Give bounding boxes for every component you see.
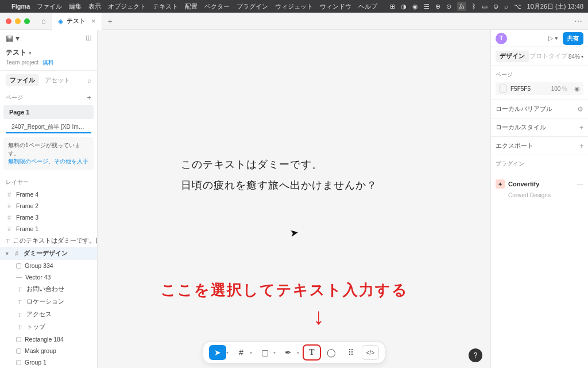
text-icon: T	[6, 237, 10, 244]
control-center-icon[interactable]: ⌥	[514, 3, 521, 10]
sidebar-toggle-icon[interactable]: ◫	[86, 34, 91, 41]
layer-row[interactable]: Tお問い合わせ	[0, 283, 97, 296]
layer-label: このテキストはダミーです。日頃の…	[13, 237, 97, 245]
layer-row[interactable]: #Frame 4	[0, 189, 97, 200]
status-icon[interactable]: ◑	[401, 3, 407, 10]
plugin-subtitle: Convert Designs	[491, 192, 588, 203]
menu-file[interactable]: ファイル	[37, 2, 62, 11]
menu-arrange[interactable]: 配置	[185, 2, 198, 11]
fullscreen-window-icon[interactable]	[24, 18, 30, 24]
add-icon[interactable]: +	[579, 142, 583, 150]
menu-object[interactable]: オブジェクト	[108, 2, 146, 11]
file-tab[interactable]: ◈ テスト ×	[52, 13, 102, 30]
layer-row[interactable]: Group 1	[0, 356, 97, 368]
export-row[interactable]: エクスポート+	[491, 137, 588, 155]
settings-icon[interactable]: ⚙	[577, 105, 583, 113]
menu-window[interactable]: ウィンドウ	[320, 2, 351, 11]
page-item[interactable]: Page 1	[3, 105, 94, 119]
upsell-link[interactable]: 無制限のページ、その他を入手	[8, 158, 88, 164]
local-styles-row[interactable]: ローカルスタイル+	[491, 118, 588, 137]
close-tab-icon[interactable]: ×	[91, 17, 96, 25]
status-icon[interactable]: ⊕	[435, 3, 440, 10]
menu-widget[interactable]: ウィジェット	[275, 2, 313, 11]
layer-row[interactable]: #Frame 2	[0, 200, 97, 212]
layer-row[interactable]: #Frame 3	[0, 212, 97, 223]
status-icon[interactable]: ⊞	[390, 3, 395, 10]
shape-tool[interactable]: ▢	[256, 345, 273, 360]
chevron-down-icon[interactable]: ▾	[29, 50, 32, 56]
menu-help[interactable]: ヘルプ	[358, 2, 377, 11]
tab-file[interactable]: ファイル	[6, 74, 39, 86]
new-tab-button[interactable]: +	[102, 17, 118, 26]
text-tool[interactable]: T	[303, 345, 320, 360]
window-more-icon[interactable]: ⋯	[574, 17, 582, 26]
layer-row[interactable]: ▾#ダミーデザイン	[0, 247, 97, 260]
layer-row[interactable]: Tトップ	[0, 321, 97, 334]
page-background-color[interactable]: F5F5F5 100 % ◉	[496, 82, 583, 95]
page-item[interactable]: 2407_Report_前半 [XD Import] (30-Ju…	[6, 120, 91, 133]
canvas[interactable]: このテキストはダミーです。 日頃の疲れを癒す旅へ出かけませんか？ ➤ ここを選択…	[98, 30, 490, 368]
wifi-icon[interactable]: ⊜	[493, 3, 498, 10]
menu-vector[interactable]: ベクター	[204, 2, 230, 11]
layer-row[interactable]: Tこのテキストはダミーです。日頃の…	[0, 235, 97, 247]
plugins-label: プラグイン	[496, 160, 524, 168]
main-menu-icon[interactable]: ▦ ▾	[6, 33, 20, 43]
home-button[interactable]: ⌂	[36, 17, 52, 25]
menu-edit[interactable]: 編集	[69, 2, 82, 11]
tab-assets[interactable]: アセット	[45, 76, 70, 85]
move-tool[interactable]: ➤	[209, 345, 226, 360]
layer-row[interactable]: #Frame 1	[0, 223, 97, 235]
frame-tool[interactable]: #	[233, 345, 250, 360]
layer-row[interactable]: Rectangle 184	[0, 334, 97, 345]
tab-design[interactable]: デザイン	[496, 51, 529, 62]
app-name[interactable]: Figma	[11, 3, 30, 10]
search-icon[interactable]: ⌕	[504, 3, 508, 10]
close-window-icon[interactable]	[6, 18, 11, 24]
actions-tool[interactable]: ⠿	[342, 345, 359, 360]
layer-row[interactable]: Vector 43	[0, 271, 97, 283]
search-icon[interactable]: ⌕	[87, 76, 91, 85]
collapse-icon[interactable]: —	[577, 181, 583, 187]
add-icon[interactable]: +	[579, 124, 583, 132]
user-avatar[interactable]: T	[496, 33, 507, 44]
help-button[interactable]: ?	[469, 348, 482, 362]
menu-view[interactable]: 表示	[88, 2, 101, 11]
chevron-down-icon[interactable]: ▾	[297, 350, 299, 355]
dev-mode-toggle[interactable]: </>	[362, 345, 379, 360]
visibility-icon[interactable]: ◉	[574, 85, 580, 93]
layer-row[interactable]: Tアクセス	[0, 308, 97, 321]
clock[interactable]: 10月26日 (土) 13:48	[527, 2, 583, 11]
share-button[interactable]: 共有	[563, 32, 583, 45]
add-page-icon[interactable]: +	[87, 93, 91, 102]
chevron-down-icon[interactable]: ▾	[250, 350, 252, 355]
layer-row[interactable]: Tロケーション	[0, 296, 97, 308]
pen-tool[interactable]: ✒	[280, 345, 297, 360]
traffic-lights[interactable]	[0, 18, 36, 24]
menu-text[interactable]: テキスト	[153, 2, 178, 11]
ime-icon[interactable]: あ	[457, 2, 466, 11]
status-line-icon[interactable]: ◉	[412, 3, 418, 10]
canvas-text-block[interactable]: このテキストはダミーです。 日頃の疲れを癒す旅へ出かけませんか？	[181, 154, 377, 195]
battery-icon[interactable]: ▭	[482, 3, 488, 10]
status-icon[interactable]: ⊙	[446, 3, 451, 10]
plan-badge[interactable]: 無料	[42, 59, 54, 66]
present-button[interactable]: ▷ ▾	[548, 34, 558, 42]
layer-row[interactable]: Group 334	[0, 260, 97, 271]
tab-prototype[interactable]: プロトタイプ	[529, 52, 567, 60]
local-variables-row[interactable]: ローカルバリアブル⚙	[491, 100, 588, 118]
zoom-selector[interactable]: 84% ▾	[568, 53, 583, 60]
status-icon[interactable]: ☰	[424, 3, 430, 10]
chevron-down-icon[interactable]: ▾	[226, 350, 229, 355]
project-name[interactable]: テスト	[6, 48, 26, 57]
layer-label: Frame 1	[16, 225, 38, 232]
plugin-row[interactable]: ✦ Convertify —	[491, 176, 588, 192]
annotation-arrow-icon: ↓	[313, 304, 324, 329]
layer-row[interactable]: Mask group	[0, 345, 97, 356]
minimize-window-icon[interactable]	[15, 18, 21, 24]
bluetooth-icon[interactable]: ᛒ	[472, 3, 476, 10]
team-name[interactable]: Team project	[6, 59, 38, 66]
layer-label: お問い合わせ	[26, 285, 64, 293]
chevron-down-icon[interactable]: ▾	[273, 350, 276, 355]
menu-plugin[interactable]: プラグイン	[237, 2, 268, 11]
comment-tool[interactable]: ◯	[323, 345, 340, 360]
